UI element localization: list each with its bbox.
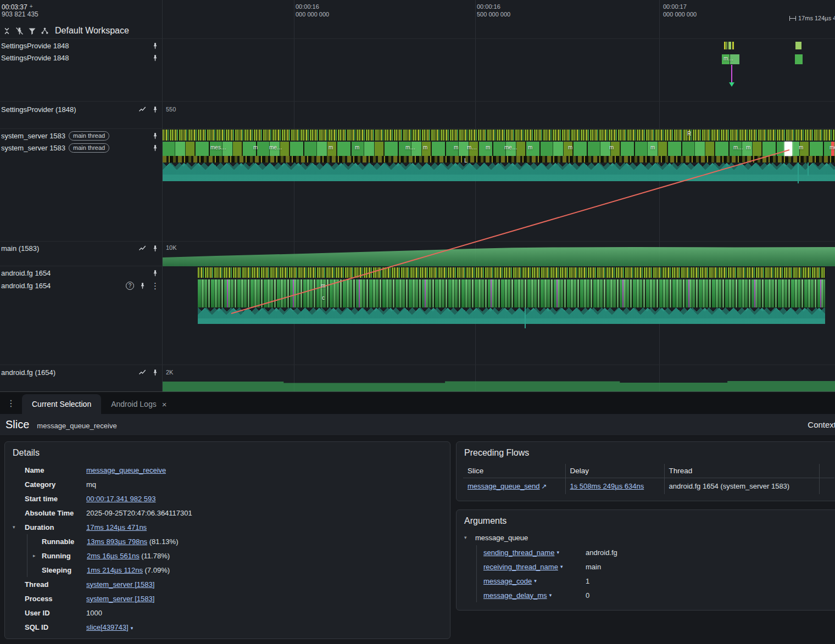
track-row-system-server-2[interactable]: system_server 1583 main thread xyxy=(0,142,162,154)
ruler-tick: 00:00:16500 000 000 xyxy=(477,3,510,19)
mini-slice[interactable] xyxy=(730,54,739,64)
track-row-system-server-1[interactable]: system_server 1583 main thread xyxy=(0,130,162,142)
dropdown-icon[interactable]: ▾ xyxy=(560,564,563,569)
tab-label: Current Selection xyxy=(32,400,91,408)
unpin-all-icon[interactable] xyxy=(15,26,24,36)
pin-icon[interactable] xyxy=(151,132,159,140)
runnable-link[interactable]: 13ms 893µs 798ns xyxy=(87,537,147,546)
sql-id-link[interactable]: slice[439743] xyxy=(86,623,129,631)
detail-row-user-id: User ID 1000 xyxy=(5,606,450,620)
flow-delay-link[interactable]: 1s 508ms 249µs 634ns xyxy=(570,482,644,490)
system-server-flame-shapes[interactable] xyxy=(163,163,835,175)
flow-slice-link[interactable]: message_queue_send xyxy=(467,482,540,490)
detail-row-start-time: Start time 00:00:17.341 982 593 xyxy=(5,491,450,506)
mini-slice[interactable] xyxy=(795,42,801,49)
selected-slice[interactable] xyxy=(784,142,792,156)
mini-slice-red[interactable] xyxy=(831,142,834,156)
track-row-settingsprovider-counter[interactable]: SettingsProvider (1848) xyxy=(0,103,162,115)
selection-span-indicator: 17ms 124µs 47 xyxy=(789,15,835,21)
column-header-delay: Delay xyxy=(565,464,664,478)
pin-icon[interactable] xyxy=(151,244,159,253)
pin-icon[interactable] xyxy=(151,144,159,152)
dropdown-icon[interactable]: ▾ xyxy=(549,592,552,598)
mini-slice[interactable] xyxy=(732,42,734,49)
thread-link[interactable]: system_server [1583] xyxy=(86,580,154,589)
pin-icon[interactable] xyxy=(151,368,159,377)
argument-group-header[interactable]: ▾ message_queue xyxy=(457,531,835,544)
flame-spike xyxy=(798,163,799,183)
filter-icon[interactable] xyxy=(27,26,37,36)
argument-key-link[interactable]: sending_thread_name xyxy=(483,548,554,557)
pin-icon[interactable] xyxy=(151,269,159,277)
tab-current-selection[interactable]: Current Selection xyxy=(22,394,101,414)
mini-slice[interactable] xyxy=(722,54,730,64)
close-icon[interactable]: × xyxy=(162,400,167,409)
name-link[interactable]: message_queue_receive xyxy=(86,466,166,474)
dropdown-icon[interactable]: ▾ xyxy=(534,578,537,584)
pin-icon[interactable] xyxy=(151,42,159,50)
running-link[interactable]: 2ms 16µs 561ns xyxy=(87,552,140,560)
details-card: Details Name message_queue_receive Categ… xyxy=(4,441,450,639)
track-name: SettingsProvider (1848) xyxy=(1,105,76,114)
track-row-settingsprovide-1[interactable]: SettingsProvide 1848 xyxy=(0,40,162,52)
system-server-slice-track-depth2[interactable] xyxy=(163,156,835,163)
help-icon[interactable]: ? xyxy=(126,282,134,290)
duration-breakdown-group: Runnable 13ms 893µs 798ns (81.13%) ▸ Run… xyxy=(27,534,450,577)
argument-key-link[interactable]: message_code xyxy=(483,577,532,585)
expand-icon[interactable]: ▾ xyxy=(13,524,25,530)
start-time-link[interactable]: 00:00:17.341 982 593 xyxy=(86,495,156,503)
dropdown-icon[interactable]: ▾ xyxy=(556,550,559,555)
mini-slice[interactable] xyxy=(726,42,727,49)
details-heading: Details xyxy=(5,442,450,463)
track-row-androidfg-2[interactable]: android.fg 1654 ? ⋮ xyxy=(0,279,162,292)
ruler-tick: 00:00:16000 000 000 xyxy=(296,3,329,19)
chevron-right-icon[interactable]: ▸ xyxy=(33,553,42,558)
pin-icon[interactable] xyxy=(151,105,159,114)
argument-row: receiving_thread_name▾ main xyxy=(483,559,835,574)
track-row-androidfg-counter[interactable]: android.fg (1654) xyxy=(0,366,162,378)
androidfg-slice-track-1[interactable] xyxy=(198,267,825,278)
open-link-icon[interactable]: ↗ xyxy=(542,483,547,490)
tab-android-logs[interactable]: Android Logs × xyxy=(101,394,176,414)
androidfg-slice-track-2[interactable] xyxy=(198,279,825,307)
chart-icon[interactable] xyxy=(138,244,147,253)
mini-slice[interactable] xyxy=(724,42,726,49)
chart-icon[interactable] xyxy=(138,105,147,114)
panel-menu-icon[interactable]: ⋮ xyxy=(0,398,22,414)
track-name: main (1583) xyxy=(1,244,39,253)
sleeping-link[interactable]: 1ms 214µs 112ns xyxy=(87,566,143,574)
dropdown-icon[interactable]: ▾ xyxy=(131,625,133,631)
system-server-slice-track-2[interactable] xyxy=(163,142,835,156)
collapse-tracks-icon[interactable] xyxy=(2,26,12,36)
track-row-main-counter[interactable]: main (1583) xyxy=(0,242,162,254)
counter-scale-label: 10K xyxy=(166,244,177,251)
workspace-title[interactable]: Default Workspace xyxy=(55,26,129,36)
mini-slice[interactable] xyxy=(795,54,803,64)
argument-key-link[interactable]: receiving_thread_name xyxy=(483,563,558,571)
pin-icon[interactable] xyxy=(138,282,147,290)
system-server-slice-track-1[interactable] xyxy=(163,130,835,141)
mini-slice[interactable] xyxy=(728,42,731,49)
selection-header: Slice message_queue_receive Context xyxy=(0,414,835,436)
kebab-icon[interactable]: ⋮ xyxy=(151,282,159,290)
main-counter-area-chart[interactable] xyxy=(163,245,835,266)
process-link[interactable]: system_server [1583] xyxy=(86,595,154,603)
tab-label: Android Logs xyxy=(111,400,157,408)
androidfg-counter-area-chart[interactable] xyxy=(163,378,835,391)
detail-row-process: Process system_server [1583] xyxy=(5,591,450,606)
argument-key-link[interactable]: message_delay_ms xyxy=(483,591,547,600)
track-row-androidfg-1[interactable]: android.fg 1654 xyxy=(0,267,162,279)
workspace-icon[interactable] xyxy=(40,26,49,36)
expand-icon[interactable]: ▾ xyxy=(464,535,472,540)
arguments-heading: Arguments xyxy=(457,510,835,531)
preceding-flows-heading: Preceding Flows xyxy=(457,442,835,463)
track-row-settingsprovide-2[interactable]: SettingsProvide 1848 xyxy=(0,52,162,64)
timeline-area[interactable]: 00:03:37+ 903 821 435 00:00:16000 000 00… xyxy=(0,0,835,392)
workspace-header: Default Workspace xyxy=(0,23,162,38)
context-label[interactable]: Context xyxy=(808,420,835,429)
argument-row: message_code▾ 1 xyxy=(483,574,835,588)
androidfg-flame-shapes[interactable] xyxy=(198,307,825,318)
pin-icon[interactable] xyxy=(151,54,159,62)
chart-icon[interactable] xyxy=(138,368,147,377)
duration-link[interactable]: 17ms 124µs 471ns xyxy=(86,523,147,531)
